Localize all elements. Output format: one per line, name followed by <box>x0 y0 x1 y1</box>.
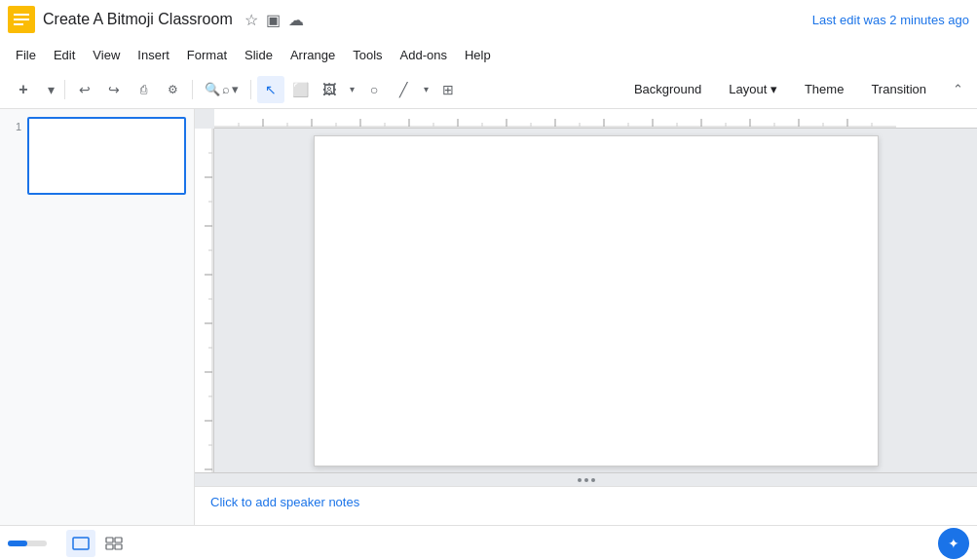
slide-thumbnail-container: 1 <box>8 117 186 195</box>
ruler-vertical-svg <box>195 129 214 472</box>
single-view-icon <box>72 537 90 550</box>
toolbar-right: Background Layout ▾ Theme Transition ⌃ <box>624 76 971 103</box>
canvas-scroll[interactable] <box>214 129 977 472</box>
menu-addons[interactable]: Add-ons <box>393 44 455 66</box>
textbox-tool-button[interactable]: ⬜ <box>286 76 314 103</box>
save-status: Last edit was 2 minutes ago <box>812 13 969 27</box>
select-tool-button[interactable]: ↖ <box>257 76 284 103</box>
bottom-right: ✦ <box>938 528 969 559</box>
slide-panel: 1 <box>0 109 195 525</box>
menu-bar: File Edit View Insert Format Slide Arran… <box>0 39 977 70</box>
divider-dot-2 <box>584 478 588 482</box>
grid-view-icon <box>105 537 123 550</box>
svg-rect-1 <box>14 14 29 16</box>
bottom-bar: ✦ <box>0 525 977 560</box>
smart-compose-button[interactable]: ✦ <box>938 528 969 559</box>
main-area: 1 <box>0 109 977 525</box>
svg-rect-48 <box>73 538 89 549</box>
transition-button[interactable]: Transition <box>861 78 936 100</box>
table-tool-button[interactable]: ⊞ <box>434 76 462 103</box>
zoom-control[interactable]: 🔍 ⌕ ▾ <box>199 80 244 98</box>
image-chevron-icon[interactable]: ▾ <box>345 76 358 103</box>
shapes-tool-button[interactable]: ○ <box>360 76 388 103</box>
svg-rect-49 <box>106 538 113 542</box>
svg-rect-3 <box>14 23 23 25</box>
chevron-down-icon[interactable]: ▾ <box>43 76 58 103</box>
line-chevron-icon[interactable]: ▾ <box>419 76 432 103</box>
folder-icon[interactable]: ▣ <box>266 11 281 29</box>
notes-area[interactable]: Click to add speaker notes <box>195 486 977 525</box>
bottom-left <box>8 541 47 546</box>
separator-3 <box>250 80 251 99</box>
divider-dots <box>578 478 595 482</box>
zoom-level: ⌕ <box>222 82 230 96</box>
notes-divider[interactable] <box>195 472 977 486</box>
slide-number-1: 1 <box>8 117 21 195</box>
zoom-slider[interactable] <box>8 541 47 546</box>
ruler-corner <box>195 109 214 129</box>
ruler-vertical <box>195 129 214 472</box>
grid-slide-view-button[interactable] <box>99 530 129 557</box>
background-button[interactable]: Background <box>624 78 711 100</box>
menu-file[interactable]: File <box>8 44 44 66</box>
separator-1 <box>64 80 65 99</box>
svg-rect-51 <box>106 544 113 549</box>
menu-insert[interactable]: Insert <box>130 44 177 66</box>
layout-button[interactable]: Layout ▾ <box>719 78 787 100</box>
redo-button[interactable]: ↪ <box>100 76 128 103</box>
notes-placeholder[interactable]: Click to add speaker notes <box>210 495 359 509</box>
title-actions: ☆ ▣ ☁ <box>244 11 304 29</box>
menu-format[interactable]: Format <box>179 44 235 66</box>
star-icon[interactable]: ☆ <box>244 11 258 29</box>
add-button[interactable]: + <box>6 76 41 103</box>
undo-button[interactable]: ↩ <box>71 76 98 103</box>
smart-compose-icon: ✦ <box>948 536 959 551</box>
single-slide-view-button[interactable] <box>66 530 95 557</box>
app-logo <box>8 6 35 33</box>
canvas-wrapper <box>195 129 977 472</box>
zoom-chevron: ▾ <box>232 82 239 96</box>
zoom-icon: 🔍 <box>205 82 220 96</box>
menu-arrange[interactable]: Arrange <box>282 44 343 66</box>
editor-area: Click to add speaker notes <box>195 109 977 525</box>
menu-tools[interactable]: Tools <box>345 44 390 66</box>
slide-thumbnail-1[interactable] <box>27 117 186 195</box>
ruler-area <box>195 109 977 129</box>
menu-edit[interactable]: Edit <box>46 44 83 66</box>
cloud-icon[interactable]: ☁ <box>288 11 304 29</box>
bottom-views <box>66 530 129 557</box>
ruler-horizontal <box>214 109 977 129</box>
document-title: Create A Bitmoji Classroom <box>43 11 233 28</box>
toolbar: + ▾ ↩ ↪ ⎙ ⚙ 🔍 ⌕ ▾ ↖ ⬜ 🖼 ▾ ○ ╱ ▾ ⊞ Backgr… <box>0 70 977 109</box>
slide-canvas[interactable] <box>314 135 879 467</box>
separator-2 <box>192 80 193 99</box>
menu-slide[interactable]: Slide <box>237 44 281 66</box>
svg-rect-50 <box>115 538 122 542</box>
ruler-marks-svg <box>214 109 977 128</box>
menu-help[interactable]: Help <box>457 44 499 66</box>
collapse-toolbar-button[interactable]: ⌃ <box>944 76 971 103</box>
divider-dot-1 <box>578 478 582 482</box>
svg-rect-52 <box>115 544 122 549</box>
menu-view[interactable]: View <box>85 44 128 66</box>
svg-rect-2 <box>14 19 29 20</box>
theme-button[interactable]: Theme <box>795 78 853 100</box>
paint-format-button[interactable]: ⚙ <box>159 76 186 103</box>
print-button[interactable]: ⎙ <box>130 76 157 103</box>
line-tool-button[interactable]: ╱ <box>390 76 417 103</box>
title-bar: Create A Bitmoji Classroom ☆ ▣ ☁ Last ed… <box>0 0 977 39</box>
image-tool-button[interactable]: 🖼 <box>316 76 343 103</box>
divider-dot-3 <box>591 478 595 482</box>
